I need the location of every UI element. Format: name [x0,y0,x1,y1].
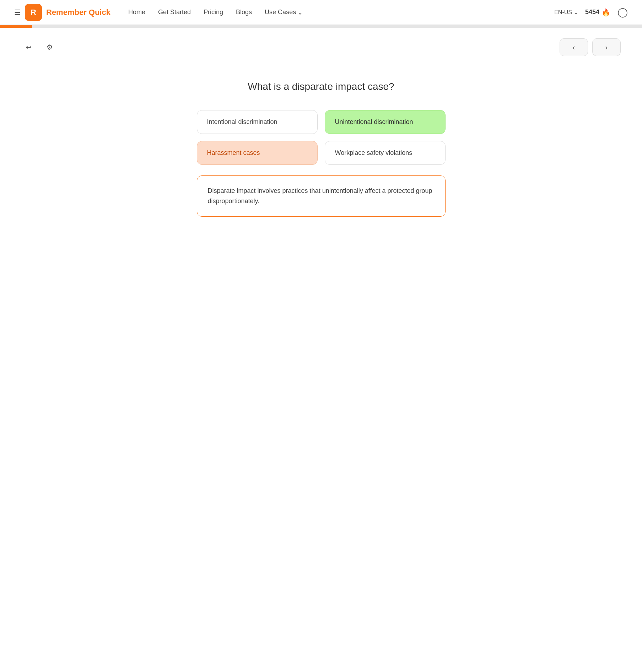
explanation-text: Disparate impact involves practices that… [208,186,435,206]
question-title: What is a disparate impact case? [248,81,394,92]
hamburger-icon[interactable]: ☰ [14,8,21,17]
nav-use-cases[interactable]: Use Cases ⌄ [265,9,303,16]
answer-unintentional[interactable]: Unintentional discrimination [325,110,446,134]
flame-icon: 🔥 [601,8,610,17]
main-content: What is a disparate impact case? Intenti… [0,67,642,231]
explanation-box: Disparate impact involves practices that… [197,175,446,217]
navbar-left: ☰ R Remember Quick Home Get Started Pric… [14,4,303,21]
app-logo: R [25,4,42,21]
back-button[interactable]: ↩ [21,40,36,54]
nav-home[interactable]: Home [128,9,145,16]
answer-safety[interactable]: Workplace safety violations [325,141,446,165]
nav-links: Home Get Started Pricing Blogs Use Cases… [128,9,303,16]
credits-count: 5454 [585,9,599,16]
answers-grid: Intentional discrimination Unintentional… [197,110,446,165]
answer-harassment[interactable]: Harassment cases [197,141,318,165]
logo-area: ☰ R Remember Quick [14,4,110,21]
navbar: ☰ R Remember Quick Home Get Started Pric… [0,0,642,25]
navbar-right: EN-US ⌄ 5454 🔥 ◯ [554,7,628,18]
chevron-down-icon: ⌄ [573,9,578,16]
toolbar-left: ↩ ⚙ [21,40,57,54]
credits-badge: 5454 🔥 [585,8,610,17]
nav-pricing[interactable]: Pricing [204,9,223,16]
progress-bar-container [0,25,642,28]
settings-button[interactable]: ⚙ [43,40,57,54]
app-name: Remember Quick [46,8,110,17]
nav-btn-group: ‹ › [560,38,621,56]
nav-get-started[interactable]: Get Started [158,9,191,16]
user-icon[interactable]: ◯ [617,7,628,18]
next-button[interactable]: › [592,38,621,56]
toolbar: ↩ ⚙ ‹ › [0,28,642,67]
answer-intentional[interactable]: Intentional discrimination [197,110,318,134]
language-selector[interactable]: EN-US ⌄ [554,9,578,16]
prev-button[interactable]: ‹ [560,38,588,56]
chevron-down-icon: ⌄ [297,9,303,16]
nav-blogs[interactable]: Blogs [236,9,252,16]
progress-bar-fill [0,25,32,28]
